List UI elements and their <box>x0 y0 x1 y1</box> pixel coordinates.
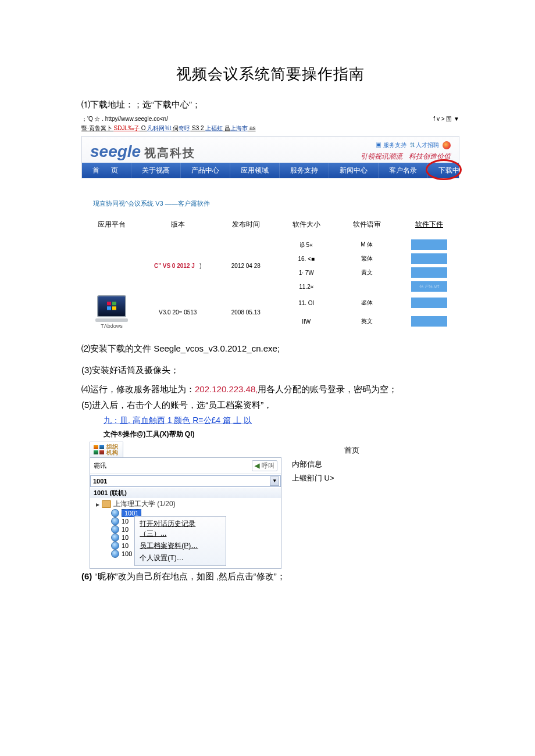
th-date: 发布时间 <box>214 216 279 238</box>
tree-user[interactable]: 10 <box>96 517 132 525</box>
tree-user[interactable]: 10 <box>96 542 132 550</box>
version-1-suffix: ) <box>199 263 201 269</box>
nav-product[interactable]: 产品中心 <box>181 163 230 178</box>
ctx-settings[interactable]: 个人设置(T)… <box>135 552 226 564</box>
table-row: TΛbdows V3.0 20= 0513 2008 05.13 11. OI … <box>81 293 459 312</box>
nav-customers[interactable]: 客户名录 <box>379 163 428 178</box>
step-4b: 用各人分配的账号登录，密码为空； <box>258 384 397 394</box>
bm-text: 暨·贡鲁篱卜 <box>81 125 114 131</box>
th-download: 软件下件 <box>399 216 459 238</box>
download-button[interactable] <box>411 316 447 327</box>
server-ip: 202.120.223.48, <box>195 384 258 394</box>
address-bar[interactable]: ；'Q ☆ . httpy//www.seegle.co<n/ <box>81 115 459 123</box>
account-combo[interactable]: 1001 ▾ <box>90 475 281 487</box>
nav-service[interactable]: 服务支持 <box>280 163 329 178</box>
banner-top-right: ▣ 服务支持 ℜ 人才招聘 引领视讯潮流 科技创造价值 <box>361 141 451 162</box>
bm-text: 昌 <box>223 125 230 131</box>
bm-link[interactable]: 凡科网¾t <box>147 125 171 131</box>
bm-text: as <box>248 125 255 131</box>
platform-label: TΛbdows <box>84 323 140 329</box>
user-icon <box>111 533 119 542</box>
call-icon: ◀ <box>255 462 259 470</box>
tab-org[interactable]: 组织 机构 <box>90 442 123 457</box>
bookmark-bar: 暨·贡鲁篱卜 SDJL‰子 O 凡科网¾t 伺奇呼 S3 2 上福虹 昌上海市 … <box>81 124 459 132</box>
slogan-2: 科技创造价值 <box>409 152 451 160</box>
lang-cell <box>335 280 400 293</box>
dropdown-icon[interactable]: ▾ <box>270 476 279 486</box>
download-button[interactable] <box>411 267 447 278</box>
bm-link[interactable]: 奇呼 <box>179 125 190 131</box>
nav-about[interactable]: 关于视高 <box>131 163 181 178</box>
status-row: 1001 (联机) <box>90 488 281 498</box>
download-button[interactable] <box>411 239 447 250</box>
bm-text: O <box>140 125 147 131</box>
nav-download-label: 下载中心 <box>438 166 466 175</box>
step-4a: ⑷运行，修改服务器地址为： <box>81 384 195 394</box>
org-tree: ▸ 上海理工大学 (1/20) 1001 10 10 10 10 <box>90 498 281 568</box>
tree-user[interactable]: 100 <box>96 550 132 558</box>
lang-cell: 鉴体 <box>335 293 400 312</box>
info-internal[interactable]: 内部信息 <box>292 459 359 470</box>
info-home[interactable]: 首页 <box>344 445 359 456</box>
th-platform: 应用平台 <box>81 216 142 238</box>
seegle-logo: seegle 视高科技 <box>90 142 195 161</box>
expand-icon[interactable]: ▸ <box>96 500 99 508</box>
call-button[interactable]: ◀ 呼叫 <box>252 460 277 471</box>
size-cell: 1· 7W <box>278 266 335 280</box>
lang-cell: 英文 <box>335 312 400 331</box>
tree-user-label: 100 <box>122 550 132 557</box>
tree-user-label: 10 <box>122 518 129 525</box>
info-upper-dept[interactable]: 上锻部门 U> <box>292 473 359 483</box>
tree-user[interactable]: 10 <box>96 525 132 533</box>
tree-user-label: 10 <box>122 534 129 541</box>
download-button[interactable] <box>411 253 447 264</box>
th-size: 软件大小 <box>278 216 335 238</box>
date-1: 2012 04 28 <box>214 238 279 293</box>
table-header-row: 应用平台 版本 发布时间 软件大小 软件语审 软件下件 <box>81 216 459 238</box>
bm-link[interactable]: 上福虹 <box>205 125 223 131</box>
slogan-1: 引领视讯潮流 <box>361 152 402 160</box>
windows-icon <box>97 295 126 317</box>
bm-text: 伺 <box>171 125 179 131</box>
nav-contact[interactable]: 联系视高 <box>477 163 527 178</box>
ctx-profile[interactable]: 员工档案资料(P)… <box>135 540 226 552</box>
user-icon <box>111 509 119 517</box>
weibo-icon[interactable] <box>443 141 451 149</box>
client-window: 组织 机构 霸讯 ◀ 呼叫 1001 ▾ 1001 (联机) <box>90 442 459 569</box>
lang-cell: M 体 <box>335 238 400 252</box>
toolbar-label: 霸讯 <box>94 461 106 470</box>
bm-text: SDJL‰子 <box>114 125 140 131</box>
user-icon <box>111 517 119 525</box>
nav-home[interactable]: 首 页 <box>82 163 131 178</box>
logo-cn: 视高科技 <box>144 145 195 161</box>
bm-link[interactable]: 上海市 <box>230 125 248 131</box>
context-menu: 打开对话历史记录（三）... 员工档案资料(P)… 个人设置(T)… <box>134 516 226 566</box>
tree-user-label: 10 <box>122 526 129 533</box>
tree-university[interactable]: ▸ 上海理工大学 (1/20) <box>96 499 279 509</box>
download-table: 应用平台 版本 发布时间 软件大小 软件语审 软件下件 C" VS 0 2012… <box>81 216 459 331</box>
download-button[interactable] <box>411 298 447 308</box>
folder-icon <box>102 500 111 508</box>
nav-download[interactable]: 下载中心 <box>428 163 477 178</box>
download-button[interactable]: ⅜ F⅝.v∕t <box>411 281 447 292</box>
nav-news[interactable]: 新闻中心 <box>329 163 379 178</box>
seegle-banner: seegle 视高科技 ▣ 服务支持 ℜ 人才招聘 引领视讯潮流 科技创造价值 … <box>81 136 459 178</box>
recruit-link[interactable]: 人才招聘 <box>416 142 439 148</box>
step-1: ⑴下载地址：；选“下载中心”； <box>81 99 459 110</box>
titlebar-link[interactable]: 九：皿. 高血触西 1 颜色 R=公£4 篇 丄 以 <box>104 415 459 426</box>
step-5: (5)进入后，右击个人的账号，选“员工档案资料”， <box>81 400 459 411</box>
size-cell: 11.2« <box>278 280 335 293</box>
th-version: 版本 <box>142 216 214 238</box>
logo-en: seegle <box>90 142 141 161</box>
service-link[interactable]: 服务支持 <box>383 142 406 148</box>
th-lang: 软件语审 <box>335 216 400 238</box>
right-info-panel: 首页 内部信息 上锻部门 U> <box>292 442 359 569</box>
nav-domain[interactable]: 应用领域 <box>230 163 280 178</box>
step-6-text: “昵称”改为自己所在地点，如图 ,然后点击“修改”； <box>92 571 285 581</box>
step-6-num: (6) <box>81 571 92 581</box>
app-menubar[interactable]: 文件®操作@)工具(X)帮助 QI) <box>104 429 459 439</box>
step-3: (3)安装好话筒及摄像头； <box>81 365 459 376</box>
tree-user[interactable]: 10 <box>96 533 132 542</box>
ctx-history[interactable]: 打开对话历史记录（三）... <box>135 518 226 540</box>
step-6: (6) “昵称”改为自己所在地点，如图 ,然后点击“修改”； <box>81 571 459 582</box>
